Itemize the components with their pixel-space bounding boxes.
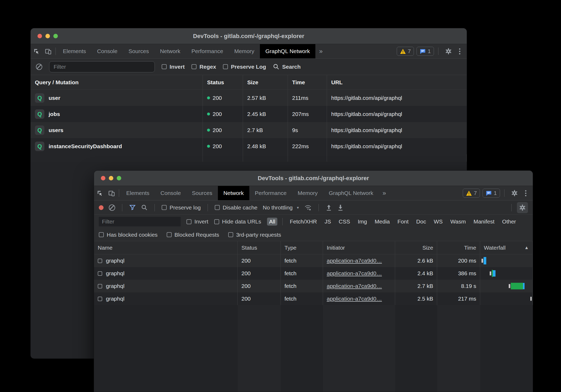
inspect-element-icon[interactable] bbox=[94, 186, 106, 200]
type-filter-doc[interactable]: Doc bbox=[414, 218, 428, 226]
blocked-requests-checkbox[interactable]: Blocked Requests bbox=[167, 232, 219, 238]
col-initiator[interactable]: Initiator bbox=[323, 241, 395, 254]
type-filter-all[interactable]: All bbox=[267, 218, 277, 226]
network-settings-gear-icon[interactable] bbox=[517, 202, 528, 213]
tab-elements[interactable]: Elements bbox=[57, 44, 92, 58]
record-button[interactable] bbox=[99, 205, 104, 210]
titlebar[interactable]: DevTools - gitlab.com/-/graphql-explorer bbox=[31, 28, 467, 44]
tab-elements[interactable]: Elements bbox=[121, 186, 155, 200]
checkbox-icon[interactable] bbox=[186, 219, 191, 224]
checkbox-icon[interactable] bbox=[215, 205, 220, 210]
type-filter-img[interactable]: Img bbox=[356, 218, 369, 226]
checkbox-icon[interactable] bbox=[191, 64, 197, 69]
col-status[interactable]: Status bbox=[238, 241, 281, 254]
type-filter-fetch-xhr[interactable]: Fetch/XHR bbox=[288, 218, 319, 226]
device-toolbar-icon[interactable] bbox=[42, 44, 54, 58]
row-checkbox[interactable] bbox=[98, 297, 102, 301]
invert-checkbox[interactable]: Invert bbox=[186, 218, 208, 225]
inspect-element-icon[interactable] bbox=[31, 44, 42, 58]
throttling-select[interactable]: No throttling ▾ bbox=[263, 204, 299, 211]
type-filter-ws[interactable]: WS bbox=[432, 218, 445, 226]
table-row[interactable]: QinstanceSecurityDashboard 200 2.48 kB 2… bbox=[31, 138, 467, 154]
titlebar[interactable]: DevTools - gitlab.com/-/graphql-explorer bbox=[94, 171, 533, 186]
has-blocked-cookies-checkbox[interactable]: Has blocked cookies bbox=[99, 232, 158, 238]
tab-sources[interactable]: Sources bbox=[186, 186, 218, 200]
filter-input[interactable] bbox=[49, 61, 155, 72]
issues-badge[interactable]: 1 bbox=[483, 189, 500, 198]
tab-network[interactable]: Network bbox=[155, 44, 186, 58]
initiator-link[interactable]: application-a7ca9d0… bbox=[327, 270, 382, 277]
export-har-icon[interactable] bbox=[337, 204, 344, 211]
col-time[interactable]: Time bbox=[288, 75, 327, 90]
settings-gear-icon[interactable] bbox=[443, 48, 454, 55]
row-checkbox[interactable] bbox=[98, 271, 102, 276]
settings-gear-icon[interactable] bbox=[509, 189, 520, 197]
hide-data-urls-checkbox[interactable]: Hide data URLs bbox=[214, 218, 261, 225]
checkbox-icon[interactable] bbox=[214, 219, 219, 224]
col-time[interactable]: Time bbox=[437, 241, 480, 254]
tab-console[interactable]: Console bbox=[155, 186, 186, 200]
col-size[interactable]: Size bbox=[395, 241, 437, 254]
checkbox-icon[interactable] bbox=[162, 205, 167, 210]
tab-network[interactable]: Network bbox=[218, 186, 249, 200]
type-filter-font[interactable]: Font bbox=[395, 218, 411, 226]
kebab-menu-icon[interactable] bbox=[523, 190, 529, 196]
checkbox-icon[interactable] bbox=[223, 64, 228, 69]
type-filter-js[interactable]: JS bbox=[322, 218, 333, 226]
tab-performance[interactable]: Performance bbox=[186, 44, 229, 58]
more-tabs-icon[interactable]: » bbox=[379, 186, 390, 200]
type-filter-wasm[interactable]: Wasm bbox=[448, 218, 468, 226]
tab-graphql-network[interactable]: GraphQL Network bbox=[323, 186, 379, 200]
search-icon[interactable] bbox=[141, 204, 148, 211]
table-row[interactable]: Qusers 200 2.7 kB 9s https://gitlab.com/… bbox=[31, 122, 467, 138]
search-button[interactable]: Search bbox=[273, 63, 301, 70]
filter-input[interactable] bbox=[99, 217, 181, 226]
device-toolbar-icon[interactable] bbox=[106, 186, 117, 200]
checkbox-icon[interactable] bbox=[167, 232, 172, 237]
col-query-mutation[interactable]: Query / Mutation bbox=[31, 75, 203, 90]
tab-sources[interactable]: Sources bbox=[123, 44, 155, 58]
type-filter-other[interactable]: Other bbox=[500, 218, 518, 226]
more-tabs-icon[interactable]: » bbox=[315, 44, 326, 58]
initiator-link[interactable]: application-a7ca9d0… bbox=[327, 296, 382, 302]
tab-graphql-network[interactable]: GraphQL Network bbox=[260, 44, 315, 58]
col-size[interactable]: Size bbox=[243, 75, 288, 90]
regex-checkbox[interactable]: Regex bbox=[191, 64, 216, 70]
kebab-menu-icon[interactable] bbox=[457, 48, 462, 54]
initiator-link[interactable]: application-a7ca9d0… bbox=[327, 283, 382, 289]
filter-funnel-icon[interactable] bbox=[129, 204, 136, 211]
tab-memory[interactable]: Memory bbox=[229, 44, 260, 58]
preserve-log-checkbox[interactable]: Preserve log bbox=[162, 204, 201, 211]
preserve-log-checkbox[interactable]: Preserve Log bbox=[223, 64, 266, 70]
tab-performance[interactable]: Performance bbox=[249, 186, 292, 200]
third-party-requests-checkbox[interactable]: 3rd-party requests bbox=[228, 232, 281, 238]
tab-memory[interactable]: Memory bbox=[292, 186, 323, 200]
checkbox-icon[interactable] bbox=[162, 64, 167, 69]
table-row[interactable]: graphql 200 fetch application-a7ca9d0… 2… bbox=[94, 292, 533, 305]
table-row[interactable]: Qjobs 200 2.45 kB 207ms https://gitlab.c… bbox=[31, 106, 467, 122]
checkbox-icon[interactable] bbox=[228, 232, 233, 237]
col-status[interactable]: Status bbox=[203, 75, 243, 90]
row-checkbox[interactable] bbox=[98, 284, 102, 288]
invert-checkbox[interactable]: Invert bbox=[162, 64, 185, 70]
col-type[interactable]: Type bbox=[281, 241, 323, 254]
table-row[interactable]: graphql 200 fetch application-a7ca9d0… 2… bbox=[94, 280, 533, 292]
table-row[interactable]: Quser 200 2.57 kB 211ms https://gitlab.c… bbox=[31, 90, 467, 106]
checkbox-icon[interactable] bbox=[99, 232, 104, 237]
col-waterfall[interactable]: Waterfall ▲ bbox=[480, 241, 533, 254]
col-url[interactable]: URL bbox=[327, 75, 467, 90]
table-row[interactable]: graphql 200 fetch application-a7ca9d0… 2… bbox=[94, 267, 533, 280]
table-row[interactable]: graphql 200 fetch application-a7ca9d0… 2… bbox=[94, 254, 533, 267]
issues-badge[interactable]: 1 bbox=[417, 47, 434, 56]
network-conditions-icon[interactable] bbox=[304, 204, 312, 211]
tab-console[interactable]: Console bbox=[92, 44, 123, 58]
import-har-icon[interactable] bbox=[326, 204, 332, 211]
row-checkbox[interactable] bbox=[98, 259, 102, 263]
warnings-badge[interactable]: 7 bbox=[397, 47, 414, 56]
disable-cache-checkbox[interactable]: Disable cache bbox=[215, 204, 258, 211]
col-name[interactable]: Name bbox=[94, 241, 238, 254]
warnings-badge[interactable]: 7 bbox=[463, 189, 480, 198]
clear-icon[interactable] bbox=[36, 64, 42, 70]
type-filter-media[interactable]: Media bbox=[373, 218, 392, 226]
clear-icon[interactable] bbox=[109, 204, 115, 211]
